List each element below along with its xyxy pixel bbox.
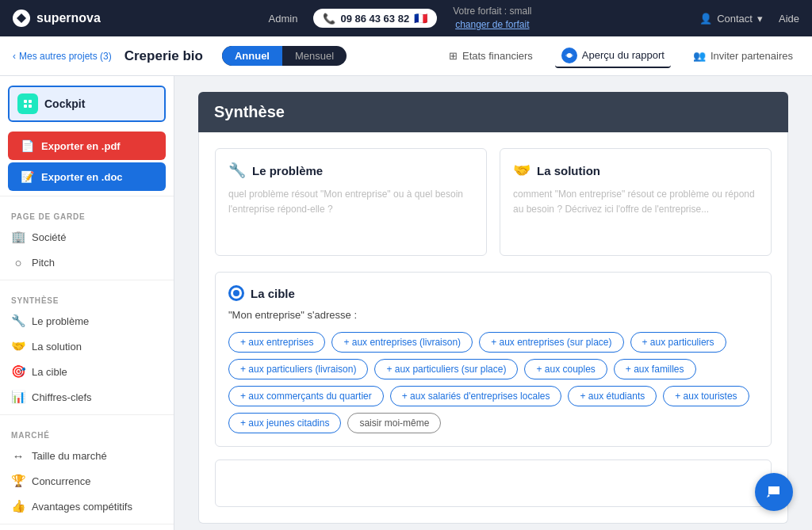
chevron-down-icon: ▾ — [757, 13, 763, 25]
brand-name: supernova — [36, 11, 101, 25]
synthese-body: 🔧 Le problème quel problème résout "Mon … — [198, 132, 788, 524]
probleme-title-text: Le problème — [252, 164, 323, 177]
probleme-icon: 🔧 — [11, 314, 25, 328]
brand-logo[interactable]: supernova — [13, 10, 101, 27]
main-layout: Cockpit 📄 Exporter en .pdf 📝 Exporter en… — [0, 76, 812, 530]
cible-title-text: La cible — [251, 287, 295, 300]
chiffres-icon: 📊 — [11, 390, 25, 404]
concurrence-label: Concurrence — [32, 475, 90, 487]
export-doc-button[interactable]: 📝 Exporter en .doc — [8, 162, 166, 191]
pitch-label: Pitch — [32, 257, 55, 269]
tag[interactable]: + aux familles — [614, 359, 696, 379]
tag[interactable]: + aux commerçants du quartier — [228, 386, 384, 406]
svg-rect-4 — [29, 105, 32, 108]
taille-icon: ↔ — [11, 448, 25, 463]
aide-label[interactable]: Aide — [779, 13, 799, 25]
period-annuel-button[interactable]: Annuel — [222, 46, 282, 66]
cible-icon: 🎯 — [11, 364, 25, 379]
synthese-title: Synthèse — [198, 92, 788, 132]
tag[interactable]: + aux particuliers (livraison) — [228, 359, 368, 379]
forfait-info: Votre forfait : small changer de forfait — [453, 5, 531, 32]
chevron-left-icon: ‹ — [13, 51, 16, 62]
saisir-tag[interactable]: saisir moi-même — [347, 413, 441, 433]
main-content: Synthèse 🔧 Le problème quel problème rés… — [174, 76, 812, 530]
tag[interactable]: + aux étudiants — [568, 386, 657, 406]
solution-card-icon: 🤝 — [513, 162, 530, 179]
solution-placeholder[interactable]: comment "Mon entreprise" résout ce probl… — [513, 187, 758, 242]
chat-bubble-button[interactable] — [755, 473, 793, 511]
inviter-partenaires-action[interactable]: 👥 Inviter partenaires — [687, 47, 799, 65]
svg-rect-3 — [24, 105, 27, 108]
doc-icon: 📝 — [19, 169, 35, 185]
solution-card-title: 🤝 La solution — [513, 162, 758, 179]
contact-area[interactable]: 👤 Contact ▾ — [699, 13, 763, 25]
project-name: Creperie bio — [124, 48, 203, 64]
phone-number: 09 86 43 63 82 — [340, 13, 409, 25]
cible-title-icon — [228, 285, 244, 301]
problem-solution-row: 🔧 Le problème quel problème résout "Mon … — [215, 148, 772, 256]
chiffres-label: Chiffres-clefs — [32, 391, 92, 403]
back-link[interactable]: ‹ Mes autres projets (3) — [13, 51, 112, 62]
second-navigation: ‹ Mes autres projets (3) Creperie bio An… — [0, 36, 812, 76]
people-icon: 👥 — [693, 50, 706, 62]
cible-title: La cible — [228, 285, 758, 301]
period-toggle: Annuel Mensuel — [222, 46, 347, 66]
export-pdf-label: Exporter en .pdf — [41, 140, 121, 152]
cible-subtitle: "Mon entreprise" s'adresse : — [228, 309, 758, 321]
eye-icon — [561, 48, 577, 63]
probleme-placeholder[interactable]: quel problème résout "Mon entreprise" ou… — [228, 187, 473, 242]
svg-rect-2 — [29, 100, 32, 103]
probleme-card-icon: 🔧 — [228, 162, 246, 179]
tag[interactable]: + aux particuliers — [630, 332, 726, 353]
cible-tags-row: + aux entreprises+ aux entreprises (livr… — [228, 332, 758, 433]
bottom-textarea[interactable] — [215, 459, 772, 507]
synthese-card: Synthèse 🔧 Le problème quel problème rés… — [198, 92, 788, 524]
avantages-label: Avantages compétitifs — [32, 501, 132, 513]
chat-icon — [765, 483, 783, 501]
probleme-label: Le problème — [32, 315, 89, 327]
tag[interactable]: + aux salariés d'entreprises locales — [390, 386, 562, 406]
tag[interactable]: + aux couples — [524, 359, 607, 379]
cockpit-button[interactable]: Cockpit — [8, 86, 166, 122]
table-icon: ⊞ — [449, 50, 458, 62]
building-icon: 🏢 — [11, 230, 25, 244]
forfait-label: Votre forfait : small — [453, 5, 531, 18]
export-pdf-button[interactable]: 📄 Exporter en .pdf — [8, 132, 166, 160]
phone-button[interactable]: 📞 09 86 43 63 82 🇫🇷 — [313, 9, 437, 28]
cible-section: La cible "Mon entreprise" s'adresse : + … — [215, 272, 772, 447]
solution-label: La solution — [32, 341, 82, 353]
tag[interactable]: + aux entreprises — [228, 332, 325, 353]
apercu-rapport-action[interactable]: Aperçu du rapport — [555, 44, 671, 68]
nav-right: 👤 Contact ▾ Aide — [699, 13, 799, 25]
tag[interactable]: + aux entreprises (sur place) — [479, 332, 623, 353]
sidebar-item-chiffres[interactable]: 📊 Chiffres-clefs — [0, 384, 174, 410]
concurrence-icon: 🏆 — [11, 474, 25, 488]
nav-actions: ⊞ Etats financiers Aperçu du rapport 👥 I… — [442, 44, 799, 68]
sidebar-item-solution[interactable]: 🤝 La solution — [0, 334, 174, 359]
pitch-icon: ○ — [11, 255, 25, 269]
sidebar-item-concurrence[interactable]: 🏆 Concurrence — [0, 468, 174, 494]
tag[interactable]: + aux jeunes citadins — [228, 413, 341, 433]
tag[interactable]: + aux entreprises (livraison) — [331, 332, 473, 353]
inviter-partenaires-label: Inviter partenaires — [710, 50, 793, 62]
export-doc-label: Exporter en .doc — [41, 171, 123, 183]
cockpit-icon — [17, 93, 38, 114]
section-page-de-garde: PAGE DE GARDE — [0, 201, 174, 224]
sidebar-item-cible[interactable]: 🎯 La cible — [0, 359, 174, 384]
back-link-text: Mes autres projets (3) — [19, 51, 112, 62]
etats-financiers-action[interactable]: ⊞ Etats financiers — [442, 47, 539, 65]
cockpit-label: Cockpit — [44, 97, 85, 110]
tag[interactable]: + aux touristes — [663, 386, 749, 406]
svg-rect-1 — [24, 100, 27, 103]
change-forfait-link[interactable]: changer de forfait — [455, 19, 529, 30]
tag[interactable]: + aux particuliers (sur place) — [374, 359, 518, 379]
sidebar-item-societe[interactable]: 🏢 Société — [0, 224, 174, 250]
probleme-card-title: 🔧 Le problème — [228, 162, 473, 179]
period-mensuel-button[interactable]: Mensuel — [282, 46, 347, 66]
sidebar-item-avantages[interactable]: 👍 Avantages compétitifs — [0, 494, 174, 519]
sidebar-item-probleme[interactable]: 🔧 Le problème — [0, 308, 174, 334]
etats-financiers-label: Etats financiers — [462, 50, 533, 62]
sidebar-item-pitch[interactable]: ○ Pitch — [0, 250, 174, 275]
sidebar-item-taille[interactable]: ↔ Taille du marché — [0, 443, 174, 468]
cible-label: La cible — [32, 366, 67, 378]
